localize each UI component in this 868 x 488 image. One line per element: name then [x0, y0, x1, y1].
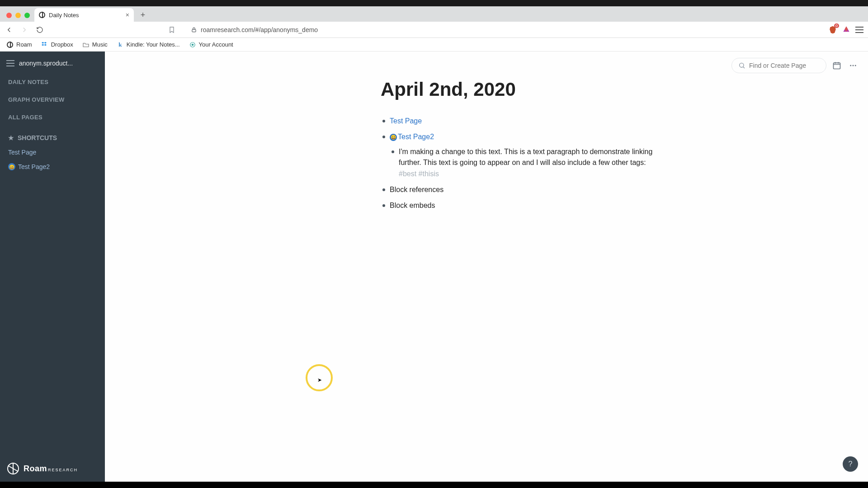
- shortcut-test-page2[interactable]: 😀 Test Page2: [0, 160, 105, 174]
- browser-tab[interactable]: Daily Notes ×: [34, 8, 134, 22]
- sidebar-footer: RoamRESEARCH: [0, 455, 105, 482]
- folder-icon: [82, 41, 90, 48]
- document: April 2nd, 2020 Test Page 😀Test Page2 I'…: [381, 79, 661, 211]
- bottom-letterbox: [0, 482, 868, 488]
- new-tab-button[interactable]: +: [137, 9, 148, 20]
- star-icon: ★: [8, 134, 14, 141]
- close-tab-button[interactable]: ×: [126, 11, 129, 19]
- bookmark-music[interactable]: Music: [82, 41, 108, 48]
- bookmark-your-account[interactable]: Your Account: [189, 41, 233, 48]
- block[interactable]: 😀Test Page2 I'm making a change to this …: [381, 131, 661, 180]
- roam-favicon-icon: [39, 12, 45, 18]
- kindle-icon: k: [117, 41, 124, 48]
- bookmarks-bar: Roam Dropbox Music k Kindle: Your Notes.…: [0, 38, 868, 52]
- shortcuts-header: ★ SHORTCUTS: [0, 126, 105, 145]
- close-window-button[interactable]: [6, 13, 12, 18]
- roam-icon: [6, 41, 14, 48]
- block[interactable]: Block references: [381, 184, 661, 196]
- page-link-test-page[interactable]: Test Page: [390, 117, 422, 125]
- roam-app: anonym.sproduct... DAILY NOTES GRAPH OVE…: [0, 52, 868, 482]
- page-title[interactable]: April 2nd, 2020: [381, 79, 661, 100]
- block-text: Block references: [390, 186, 443, 193]
- shields-count-badge: 0: [834, 23, 839, 28]
- tag-best[interactable]: #best: [399, 170, 416, 178]
- main-content: April 2nd, 2020 Test Page 😀Test Page2 I'…: [105, 52, 868, 482]
- sidebar-item-daily-notes[interactable]: DAILY NOTES: [0, 73, 105, 91]
- calendar-button[interactable]: [831, 60, 843, 71]
- address-bar[interactable]: roamresearch.com/#/app/anonyms_demo: [168, 26, 318, 33]
- window-controls: [4, 13, 34, 22]
- bookmark-roam[interactable]: Roam: [6, 41, 32, 48]
- block-child[interactable]: I'm making a change to this text. This i…: [390, 146, 661, 180]
- database-name[interactable]: anonym.sproduct...: [19, 60, 73, 67]
- macos-titlebar: [0, 0, 868, 6]
- tag-thisis[interactable]: #thisis: [419, 170, 439, 178]
- page-link-test-page2[interactable]: Test Page2: [398, 133, 434, 141]
- block-text: I'm making a change to this text. This i…: [399, 148, 652, 167]
- dropbox-icon: [41, 41, 48, 48]
- svg-point-2: [192, 44, 193, 46]
- lock-icon: [191, 27, 197, 33]
- emoji-icon: 😀: [8, 163, 15, 170]
- roam-wordmark: RoamRESEARCH: [24, 464, 78, 474]
- brave-shields-icon[interactable]: 0: [828, 25, 837, 34]
- bookmark-dropbox[interactable]: Dropbox: [41, 41, 73, 48]
- back-button[interactable]: [5, 25, 14, 34]
- svg-point-7: [855, 65, 856, 66]
- collapse-sidebar-button[interactable]: [6, 60, 14, 66]
- search-icon: [738, 62, 745, 69]
- sidebar-item-graph-overview[interactable]: GRAPH OVERVIEW: [0, 91, 105, 108]
- maximize-window-button[interactable]: [24, 13, 30, 18]
- brave-rewards-icon[interactable]: [842, 25, 851, 34]
- svg-rect-4: [834, 63, 840, 69]
- bookmark-ribbon-icon[interactable]: [168, 26, 175, 33]
- sidebar-item-all-pages[interactable]: ALL PAGES: [0, 108, 105, 126]
- search-input[interactable]: [749, 62, 817, 69]
- forward-button[interactable]: [20, 25, 29, 34]
- target-icon: [189, 41, 196, 48]
- more-menu-button[interactable]: [847, 60, 859, 71]
- cursor-icon: ➤: [317, 377, 322, 383]
- svg-rect-0: [192, 29, 196, 32]
- block[interactable]: Test Page: [381, 116, 661, 127]
- sidebar: anonym.sproduct... DAILY NOTES GRAPH OVE…: [0, 52, 105, 482]
- roam-logo-icon[interactable]: [7, 463, 19, 474]
- browser-tab-strip: Daily Notes × +: [0, 6, 868, 22]
- help-button[interactable]: ?: [843, 456, 858, 472]
- block-text: Block embeds: [390, 202, 435, 209]
- top-actions: [731, 58, 859, 73]
- bookmark-kindle[interactable]: k Kindle: Your Notes...: [117, 41, 180, 48]
- emoji-icon: 😀: [390, 134, 397, 141]
- svg-point-3: [740, 63, 744, 67]
- search-bar[interactable]: [731, 58, 826, 73]
- browser-menu-button[interactable]: [855, 27, 863, 33]
- block[interactable]: Block embeds: [381, 200, 661, 211]
- shortcut-test-page[interactable]: Test Page: [0, 145, 105, 160]
- minimize-window-button[interactable]: [15, 13, 21, 18]
- reload-button[interactable]: [35, 25, 44, 34]
- svg-point-6: [853, 65, 854, 66]
- url-text: roamresearch.com/#/app/anonyms_demo: [201, 26, 318, 33]
- browser-toolbar: roamresearch.com/#/app/anonyms_demo 0: [0, 22, 868, 38]
- tab-title: Daily Notes: [49, 12, 79, 19]
- svg-point-5: [850, 65, 851, 66]
